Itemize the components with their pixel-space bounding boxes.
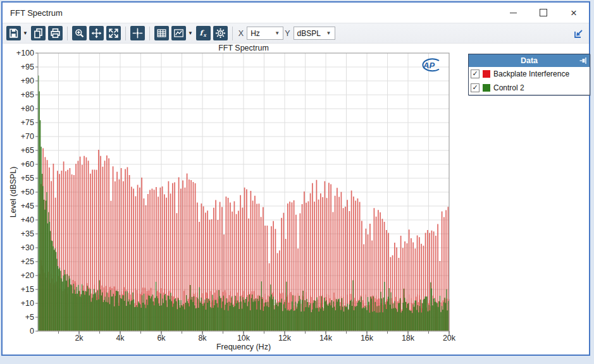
chevron-down-icon: ▼ [323,30,335,36]
x-tick-label: 8k [189,334,216,343]
y-unit-dropdown[interactable]: dBSPL ▼ [294,27,335,40]
y-tick-label: +20 [3,271,34,280]
data-legend: Data ✓Backplate Interference✓Control 2 [468,54,590,95]
toolbar-separator [67,27,68,40]
legend-item-control-2[interactable]: ✓Control 2 [469,81,590,95]
chart-title: FFT Spectrum [38,44,449,52]
title-bar: FFT Spectrum × [3,3,589,23]
svg-text:AP: AP [423,61,435,70]
series-label: Backplate Interference [493,70,569,78]
x-tick-label: 10k [230,334,257,343]
minimize-icon [510,13,517,13]
y-tick-label: +100 [3,49,34,58]
x-tick-label: 4k [106,334,134,343]
y-tick-label: +45 [3,202,34,210]
fft-spectrum-window: FFT Spectrum × ▼▼fx X Hz ▼ Y dBSPL ▼ FFT… [1,1,590,356]
y-tick-label: +40 [3,215,34,224]
chart-icon[interactable] [171,26,186,40]
y-tick-label: +75 [3,118,34,127]
x-tick-label: 12k [271,334,299,343]
y-unit-value: dBSPL [297,29,321,38]
x-tick-label: 18k [394,334,422,343]
close-icon: × [571,8,577,18]
y-tick-label: +55 [3,174,34,183]
chevron-down-icon: ▼ [271,30,283,36]
y-tick-label: +70 [3,132,34,141]
toolbar-separator [149,27,150,40]
fit-icon[interactable] [106,26,121,40]
y-tick-label: +60 [3,160,34,169]
chevron-down-icon[interactable]: ▼ [188,30,193,36]
fx-icon[interactable]: fx [196,26,211,40]
y-tick-label: +30 [3,243,34,252]
close-button[interactable]: × [559,3,589,23]
print-icon[interactable] [48,26,63,40]
zoom-icon[interactable] [72,26,87,40]
settings-icon[interactable] [213,26,228,40]
y-tick-label: +35 [3,229,34,238]
y-tick-label: +65 [3,146,34,155]
y-tick-label: +25 [3,257,34,266]
toolbar-separator [125,27,126,40]
x-unit-dropdown[interactable]: Hz ▼ [247,27,283,40]
y-tick-label: +95 [3,63,34,71]
legend-title: Data [521,56,538,65]
y-axis-unit-label: Y [285,29,290,38]
pin-icon[interactable] [579,57,587,66]
x-unit-value: Hz [251,29,260,38]
legend-item-backplate-interference[interactable]: ✓Backplate Interference [469,67,590,81]
series-label: Control 2 [493,83,524,92]
chart-area: FFT Spectrum Level (dBSPL) 0+5+10+15+20+… [3,44,589,355]
y-tick-label: +50 [3,188,34,197]
x-tick-label: 2k [65,334,93,343]
window-controls: × [498,3,589,23]
cursor-icon[interactable] [130,26,145,40]
toolbar-separator [232,27,233,40]
y-tick-label: +10 [3,299,34,308]
copy-icon[interactable] [31,26,46,40]
series-color-swatch [483,84,490,92]
legend-header[interactable]: Data [469,54,590,67]
y-tick-label: +90 [3,76,34,85]
save-icon[interactable] [6,26,21,40]
series-checkbox[interactable]: ✓ [471,70,480,78]
grid-icon[interactable] [154,26,169,40]
y-tick-label: +85 [3,90,34,99]
maximize-button[interactable] [528,3,559,23]
pan-icon[interactable] [89,26,104,40]
x-tick-label: 16k [353,334,381,343]
y-tick-label: +5 [3,313,34,322]
window-title: FFT Spectrum [10,8,63,18]
minimize-button[interactable] [498,3,528,23]
x-tick-label: 6k [147,334,175,343]
chart-toolbar: ▼▼fx X Hz ▼ Y dBSPL ▼ [3,23,589,44]
x-tick-label: 14k [312,334,340,343]
x-axis-unit-label: X [238,29,244,38]
x-tick-label: 20k [435,334,463,343]
svg-text:x: x [203,32,207,38]
chevron-down-icon[interactable]: ▼ [23,30,28,36]
fft-plot[interactable] [34,52,452,337]
x-axis-title: Frequency (Hz) [38,343,449,351]
y-tick-label: +80 [3,104,34,113]
maximize-icon [540,9,547,16]
series-checkbox[interactable]: ✓ [471,83,480,92]
y-tick-label: +15 [3,285,34,294]
dock-graph-icon[interactable] [574,28,584,39]
y-tick-label: 0 [3,327,34,336]
ap-logo: AP [418,56,443,74]
series-color-swatch [483,70,490,78]
